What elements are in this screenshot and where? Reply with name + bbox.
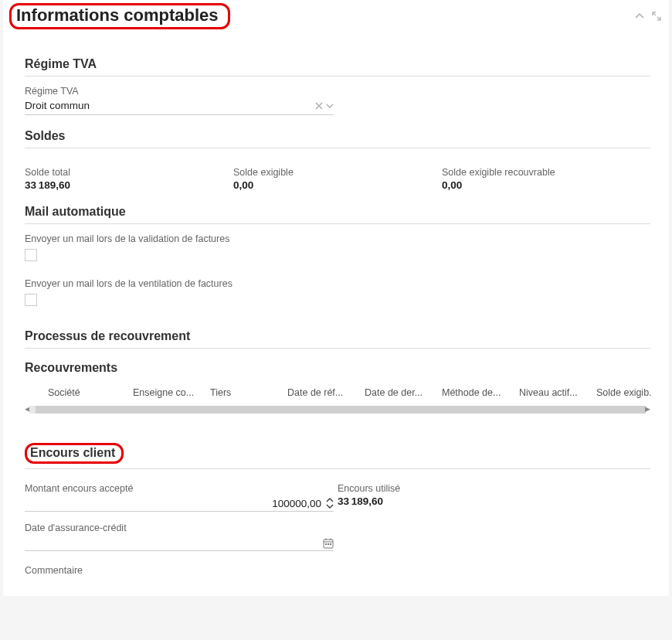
date-assurance-label: Date d'assurance-crédit xyxy=(25,523,338,533)
commentaire-label: Commentaire xyxy=(25,565,338,576)
quantity-stepper[interactable] xyxy=(326,497,334,509)
expand-icon[interactable] xyxy=(652,12,661,21)
mail-validation-label: Envoyer un mail lors de la validation de… xyxy=(25,233,650,244)
col-tiers[interactable]: Tiers xyxy=(210,387,287,398)
col-date-der[interactable]: Date de der... xyxy=(365,387,442,398)
montant-encours-input[interactable]: 100000,00 xyxy=(25,495,334,512)
svg-rect-4 xyxy=(325,543,327,545)
section-processus: Processus de recouvrement xyxy=(25,323,650,349)
panel-title: Informations comptables xyxy=(9,3,230,29)
section-mail-auto: Mail automatique xyxy=(25,199,650,224)
date-assurance-input[interactable] xyxy=(25,535,334,551)
section-soldes: Soldes xyxy=(25,123,650,148)
solde-exigible-value: 0,00 xyxy=(233,179,442,191)
mail-ventilation-label: Envoyer un mail lors de la ventilation d… xyxy=(25,278,650,289)
montant-encours-value: 100000,00 xyxy=(25,498,326,509)
svg-rect-6 xyxy=(330,543,331,545)
solde-total-value: 33 189,60 xyxy=(25,179,233,191)
col-date-ref[interactable]: Date de réf... xyxy=(287,387,365,398)
grid-hscroll[interactable]: ◀ ▶ xyxy=(25,404,650,415)
encours-utilise-label: Encours utilisé xyxy=(338,483,650,494)
section-encours: Encours client xyxy=(25,437,650,469)
solde-exigible-recouvrable-value: 0,00 xyxy=(442,179,650,191)
encours-utilise-value: 33 189,60 xyxy=(338,495,650,507)
regime-tva-value: Droit commun xyxy=(25,100,90,111)
collapse-icon[interactable] xyxy=(635,12,644,21)
grid-header: Société Enseigne co... Tiers Date de réf… xyxy=(25,380,650,403)
scroll-right-icon[interactable]: ▶ xyxy=(645,405,650,413)
section-recouvrements: Recouvrements xyxy=(25,355,650,380)
col-societe[interactable]: Société xyxy=(48,387,133,398)
mail-validation-checkbox[interactable] xyxy=(25,249,37,261)
col-methode[interactable]: Méthode de... xyxy=(442,387,519,398)
regime-tva-select[interactable]: Droit commun xyxy=(25,98,334,115)
regime-tva-label: Régime TVA xyxy=(25,86,650,97)
mail-ventilation-checkbox[interactable] xyxy=(25,294,37,306)
clear-icon[interactable] xyxy=(315,102,323,110)
montant-encours-label: Montant encours accepté xyxy=(25,483,338,494)
col-solde-exigib[interactable]: Solde exigib. xyxy=(596,387,666,398)
solde-exigible-label: Solde exigible xyxy=(233,167,442,178)
col-niveau[interactable]: Niveau actif... xyxy=(519,387,596,398)
svg-rect-5 xyxy=(328,543,329,545)
chevron-down-icon[interactable] xyxy=(326,102,334,110)
calendar-icon[interactable] xyxy=(323,538,334,549)
solde-total-label: Solde total xyxy=(25,167,233,178)
section-encours-text: Encours client xyxy=(25,443,124,464)
section-regime-tva: Régime TVA xyxy=(25,51,650,77)
col-enseigne[interactable]: Enseigne co... xyxy=(133,387,210,398)
solde-exigible-recouvrable-label: Solde exigible recouvrable xyxy=(442,167,650,178)
